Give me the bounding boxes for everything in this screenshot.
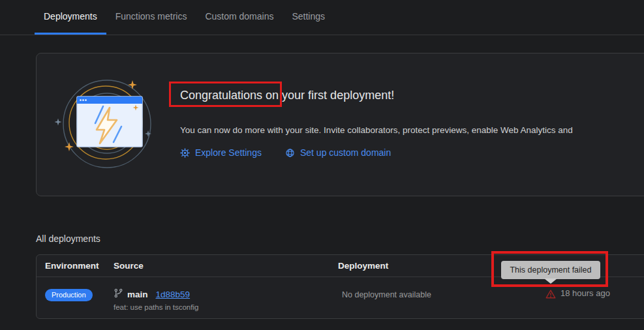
tab-settings[interactable]: Settings <box>283 0 334 35</box>
deployments-page: Deployments Functions metrics Custom dom… <box>0 0 644 330</box>
congrats-links: Explore Settings Set up custom domain <box>180 147 391 158</box>
explore-settings-label: Explore Settings <box>195 147 262 158</box>
globe-icon <box>285 148 295 158</box>
environment-badge: Production <box>45 289 93 301</box>
column-header-source: Source <box>114 261 338 271</box>
commit-link[interactable]: 1d88b59 <box>156 290 191 299</box>
deployment-illustration <box>55 70 159 175</box>
gear-icon <box>180 148 190 158</box>
congrats-body-text: You can now do more with your site. Invi… <box>180 125 573 135</box>
tab-functions-metrics[interactable]: Functions metrics <box>106 0 196 35</box>
deployment-time: 18 hours ago <box>560 288 610 298</box>
annotation-box-tooltip <box>491 251 608 287</box>
git-branch-icon <box>114 288 127 301</box>
all-deployments-heading: All deployments <box>36 233 100 244</box>
setup-custom-domain-link[interactable]: Set up custom domain <box>285 147 391 158</box>
commit-message: feat: use paths in tsconfig <box>114 303 338 311</box>
deployment-status-text: No deployment available <box>342 290 431 299</box>
annotation-box-congratulations <box>169 82 282 107</box>
tab-custom-domains[interactable]: Custom domains <box>196 0 283 35</box>
tab-bar: Deployments Functions metrics Custom dom… <box>0 0 644 35</box>
branch-name: main <box>127 290 148 299</box>
explore-settings-link[interactable]: Explore Settings <box>180 147 262 158</box>
warning-triangle-icon[interactable] <box>545 288 556 302</box>
column-header-environment: Environment <box>45 261 114 271</box>
congratulations-card: Congratulations on your first deployment… <box>36 53 644 196</box>
setup-custom-domain-label: Set up custom domain <box>300 147 391 158</box>
tab-deployments[interactable]: Deployments <box>35 0 106 35</box>
